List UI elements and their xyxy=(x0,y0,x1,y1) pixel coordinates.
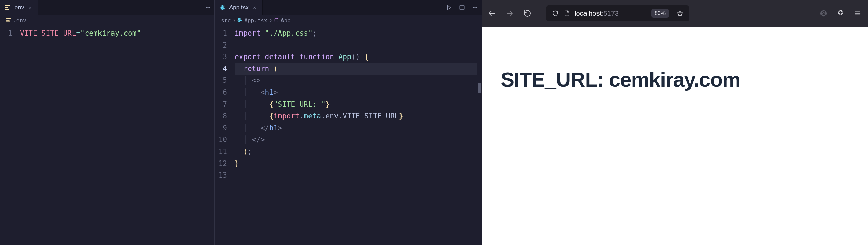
line-number: 1 xyxy=(0,27,20,39)
code-area-left[interactable]: 1 VITE_SITE_URL="cemkiray.com" xyxy=(0,25,214,245)
svg-point-10 xyxy=(473,7,474,8)
tab-actions-right xyxy=(446,0,478,15)
back-icon[interactable] xyxy=(488,9,496,17)
tab-actions-left xyxy=(205,0,211,15)
svg-point-2 xyxy=(209,7,210,8)
line-number: 2 xyxy=(215,39,235,51)
code-line: } xyxy=(235,158,477,170)
urlbar-container: localhost:5173 80% xyxy=(546,5,808,21)
line-number: 10 xyxy=(215,134,235,146)
code-line: return ( xyxy=(235,63,477,75)
browser-viewport[interactable]: SITE_URL: cemkiray.com xyxy=(482,27,868,245)
tab-label: App.tsx xyxy=(229,4,249,11)
svg-point-1 xyxy=(208,7,208,8)
page-heading: SITE_URL: cemkiray.com xyxy=(501,68,740,91)
svg-marker-20 xyxy=(677,11,683,16)
line-number: 7 xyxy=(215,99,235,111)
svg-rect-17 xyxy=(275,18,278,22)
code-area-right[interactable]: 1 2 3 4 5 6 7 8 9 10 11 12 13 import "./… xyxy=(215,25,482,245)
line-number: 9 xyxy=(215,122,235,134)
svg-point-0 xyxy=(206,7,207,8)
line-number: 3 xyxy=(215,51,235,63)
editor-pane-left: .env × .env 1 VITE_SITE_URL="cemkiray.co… xyxy=(0,0,215,245)
code-line xyxy=(235,39,477,51)
code-line xyxy=(235,169,477,181)
account-icon[interactable] xyxy=(819,9,828,17)
page-info-icon[interactable] xyxy=(563,9,571,17)
tab-env[interactable]: .env × xyxy=(0,0,38,15)
breadcrumb-left: .env xyxy=(0,15,214,25)
minimap[interactable] xyxy=(477,25,482,245)
env-file-icon xyxy=(5,5,10,10)
gutter: 1 xyxy=(0,25,20,245)
code-line: │ <> xyxy=(235,75,477,87)
breadcrumb-item[interactable]: App.tsx xyxy=(244,17,267,24)
more-icon[interactable] xyxy=(472,4,478,11)
run-icon[interactable] xyxy=(446,4,452,11)
svg-marker-7 xyxy=(448,5,451,10)
code-line: ); xyxy=(235,146,477,158)
shield-icon[interactable] xyxy=(551,9,560,17)
gutter: 1 2 3 4 5 6 7 8 9 10 11 12 13 xyxy=(215,25,235,245)
react-file-icon xyxy=(220,4,226,11)
code-line: │ {import.meta.env.VITE_SITE_URL} xyxy=(235,110,477,122)
code-line: import "./App.css"; xyxy=(235,27,477,39)
tab-close-icon[interactable]: × xyxy=(27,4,33,10)
tab-label: .env xyxy=(13,4,24,11)
line-number: 6 xyxy=(215,87,235,99)
chevron-right-icon: ❯ xyxy=(233,18,235,23)
code-body[interactable]: import "./App.css"; export default funct… xyxy=(235,25,477,245)
code-line: │ {"SITE_URL: "} xyxy=(235,99,477,111)
tab-bar-left: .env × xyxy=(0,0,214,15)
zoom-badge[interactable]: 80% xyxy=(651,9,669,18)
reload-icon[interactable] xyxy=(523,9,531,17)
react-file-icon xyxy=(237,18,242,23)
code-line: export default function App() { xyxy=(235,51,477,63)
code-line: │ </h1> xyxy=(235,122,477,134)
chevron-right-icon: ❯ xyxy=(269,18,272,23)
code-body[interactable]: VITE_SITE_URL="cemkiray.com" xyxy=(20,25,214,245)
url-bar[interactable]: localhost:5173 80% xyxy=(546,5,689,21)
code-line: │ <h1> xyxy=(235,87,477,99)
line-number: 11 xyxy=(215,146,235,158)
browser-window: localhost:5173 80% SITE_URL: cemkiray.co… xyxy=(482,0,868,245)
breadcrumb-item[interactable]: src xyxy=(221,17,231,24)
svg-point-12 xyxy=(476,7,477,8)
toolbar-right xyxy=(819,9,862,17)
line-number: 1 xyxy=(215,27,235,39)
svg-point-11 xyxy=(475,7,475,8)
svg-point-3 xyxy=(222,7,223,8)
env-file-icon xyxy=(6,18,11,22)
url-text: localhost:5173 xyxy=(575,10,619,17)
breadcrumb-item[interactable]: App xyxy=(281,17,291,24)
breadcrumb-right: src ❯ App.tsx ❯ App xyxy=(215,15,482,25)
line-number: 5 xyxy=(215,75,235,87)
code-line: VITE_SITE_URL="cemkiray.com" xyxy=(20,27,214,39)
line-number: 4 xyxy=(215,63,235,75)
split-editor-icon[interactable] xyxy=(459,4,465,11)
more-icon[interactable] xyxy=(205,4,211,11)
extensions-icon[interactable] xyxy=(837,9,845,17)
nav-buttons xyxy=(488,9,531,17)
forward-icon[interactable] xyxy=(505,9,514,17)
line-number: 8 xyxy=(215,110,235,122)
line-number: 12 xyxy=(215,158,235,170)
tab-app-tsx[interactable]: App.tsx × xyxy=(215,0,263,15)
bookmark-star-icon[interactable] xyxy=(676,9,684,17)
browser-toolbar: localhost:5173 80% xyxy=(482,0,868,27)
tab-bar-right: App.tsx × xyxy=(215,0,482,15)
tab-close-icon[interactable]: × xyxy=(252,4,258,10)
menu-icon[interactable] xyxy=(854,9,862,17)
line-number: 13 xyxy=(215,169,235,181)
editor-pane-right: App.tsx × src ❯ App.tsx ❯ App 1 xyxy=(215,0,482,245)
code-line: │ </> xyxy=(235,134,477,146)
svg-point-13 xyxy=(239,20,240,21)
breadcrumb-item[interactable]: .env xyxy=(13,17,26,24)
symbol-method-icon xyxy=(274,18,279,23)
